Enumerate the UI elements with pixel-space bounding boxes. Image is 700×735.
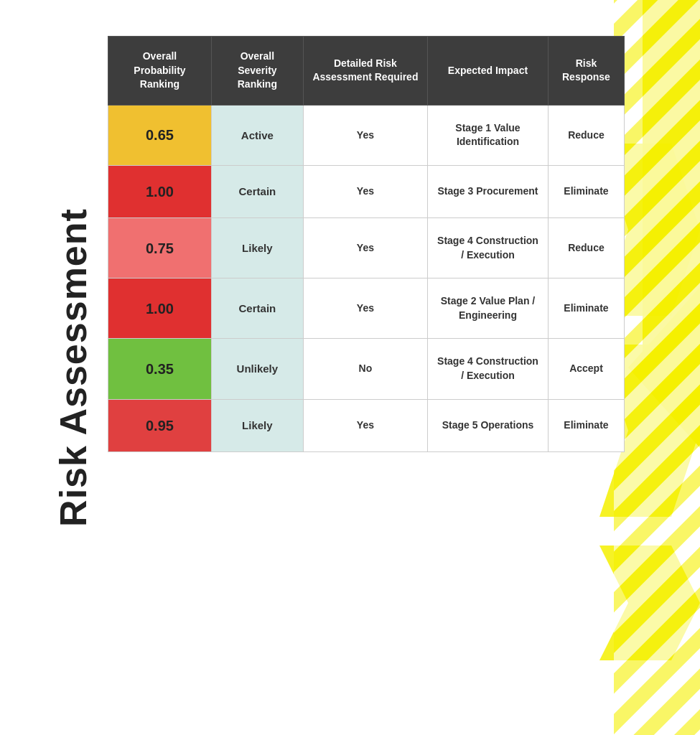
impact-cell: Stage 4 Construction / Execution (428, 217, 549, 278)
probability-cell: 1.00 (108, 278, 212, 339)
detail-cell: Yes (303, 399, 427, 451)
response-cell: Eliminate (548, 165, 624, 217)
severity-cell: Likely (211, 217, 303, 278)
impact-cell: Stage 3 Procurement (428, 165, 549, 217)
detail-cell: Yes (303, 105, 427, 165)
probability-cell: 0.65 (108, 105, 212, 165)
response-cell: Accept (548, 339, 624, 399)
main-container: Overall Probability Ranking Overall Seve… (108, 36, 625, 452)
severity-cell: Certain (211, 278, 303, 339)
severity-cell: Active (211, 105, 303, 165)
impact-cell: Stage 1 Value Identification (428, 105, 549, 165)
svg-rect-8 (614, 0, 700, 735)
detail-cell: Yes (303, 165, 427, 217)
probability-cell: 0.35 (108, 339, 212, 399)
impact-cell: Stage 5 Operations (428, 399, 549, 451)
header-detail: Detailed Risk Assessment Required (303, 37, 427, 106)
header-row: Overall Probability Ranking Overall Seve… (108, 37, 625, 106)
header-impact: Expected Impact (428, 37, 549, 106)
impact-cell: Stage 2 Value Plan / Engineering (428, 278, 549, 339)
table-row: 1.00CertainYesStage 3 ProcurementElimina… (108, 165, 625, 217)
probability-cell: 0.75 (108, 217, 212, 278)
detail-cell: Yes (303, 217, 427, 278)
table-row: 0.95LikelyYesStage 5 OperationsEliminate (108, 399, 625, 451)
header-response: Risk Response (548, 37, 624, 106)
impact-cell: Stage 4 Construction / Execution (428, 339, 549, 399)
table-row: 0.65ActiveYesStage 1 Value Identificatio… (108, 105, 625, 165)
table-row: 0.35UnlikelyNoStage 4 Construction / Exe… (108, 339, 625, 399)
response-cell: Eliminate (548, 278, 624, 339)
response-cell: Reduce (548, 105, 624, 165)
detail-cell: No (303, 339, 427, 399)
severity-cell: Likely (211, 399, 303, 451)
detail-cell: Yes (303, 278, 427, 339)
header-severity: Overall Severity Ranking (211, 37, 303, 106)
table-row: 1.00CertainYesStage 2 Value Plan / Engin… (108, 278, 625, 339)
probability-cell: 1.00 (108, 165, 212, 217)
response-cell: Reduce (548, 217, 624, 278)
header-probability: Overall Probability Ranking (108, 37, 212, 106)
probability-cell: 0.95 (108, 399, 212, 451)
risk-table: Overall Probability Ranking Overall Seve… (108, 36, 625, 452)
page-title: Risk Assessment (52, 208, 95, 527)
response-cell: Eliminate (548, 399, 624, 451)
severity-cell: Certain (211, 165, 303, 217)
table-row: 0.75LikelyYesStage 4 Construction / Exec… (108, 217, 625, 278)
severity-cell: Unlikely (211, 339, 303, 399)
